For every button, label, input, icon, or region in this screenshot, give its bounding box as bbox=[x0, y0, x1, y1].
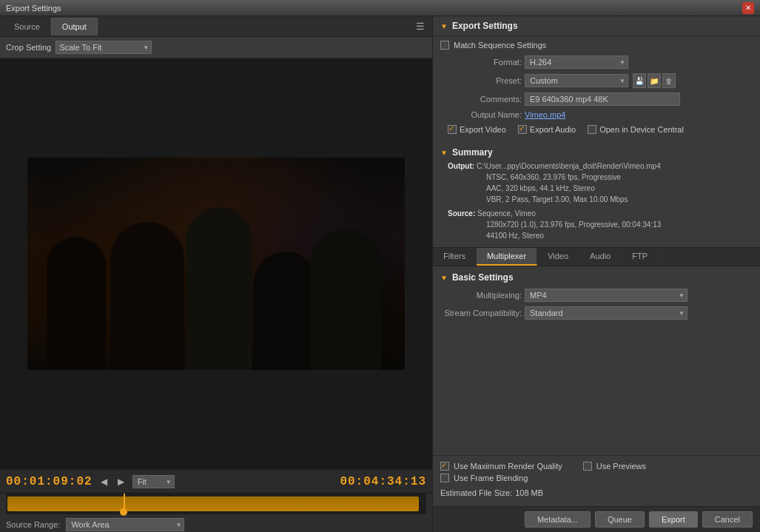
stream-compatibility-select[interactable]: Standard Blu-ray bbox=[525, 306, 687, 320]
current-timecode: 00:01:09:02 bbox=[6, 475, 93, 488]
multiplexing-row: Multiplexing: MP4 None bbox=[440, 289, 753, 302]
frame-blending-row: Use Frame Blending bbox=[440, 474, 753, 482]
right-panel: ▼ Export Settings Match Sequence Setting… bbox=[433, 16, 760, 532]
summary-output-detail2: AAC, 320 kbps, 44.1 kHz, Stereo bbox=[448, 183, 753, 194]
cancel-button[interactable]: Cancel bbox=[702, 511, 753, 528]
silhouette-4 bbox=[254, 252, 317, 370]
export-audio-label: Export Audio bbox=[530, 125, 576, 134]
summary-header: ▼ Summary bbox=[440, 147, 753, 158]
stream-compatibility-select-wrapper: Standard Blu-ray bbox=[525, 306, 687, 320]
source-range-bar: Source Range: Work Area Entire Sequence … bbox=[0, 514, 432, 532]
tab-ftp[interactable]: FTP bbox=[622, 248, 659, 266]
comments-label: Comments: bbox=[440, 95, 522, 104]
export-video-checkbox[interactable] bbox=[448, 125, 457, 134]
export-settings-title: Export Settings bbox=[452, 21, 518, 31]
crop-select[interactable]: Scale To Fit Scale To Fill Stretch To Fi… bbox=[56, 41, 152, 54]
summary-output-detail1: NTSC, 640x360, 23.976 fps, Progressive bbox=[448, 172, 753, 183]
multiplexing-label: Multiplexing: bbox=[440, 291, 522, 300]
format-label: Format: bbox=[440, 58, 522, 67]
tab-video[interactable]: Video bbox=[537, 248, 579, 266]
export-settings-arrow[interactable]: ▼ bbox=[440, 22, 448, 30]
tab-menu-icon[interactable]: ☰ bbox=[411, 19, 429, 33]
export-video-item[interactable]: Export Video bbox=[448, 125, 506, 134]
multiplexing-select[interactable]: MP4 None bbox=[525, 289, 687, 302]
metadata-button[interactable]: Metadata... bbox=[525, 511, 591, 528]
preset-icons: 💾 📁 🗑 bbox=[633, 73, 676, 88]
window-title: Export Settings bbox=[6, 4, 61, 13]
file-size-value: 108 MB bbox=[515, 488, 543, 497]
summary-output-label: Output: bbox=[448, 162, 474, 170]
format-select-wrapper: H.264 MPEG2 QuickTime bbox=[525, 55, 628, 69]
source-range-label: Source Range: bbox=[6, 520, 60, 529]
summary-output-detail3: VBR, 2 Pass, Target 3.00, Max 10.00 Mbps bbox=[448, 194, 753, 205]
left-panel: Source Output ☰ Crop Setting Scale To Fi… bbox=[0, 16, 433, 532]
summary-arrow[interactable]: ▼ bbox=[440, 149, 448, 157]
export-video-label: Export Video bbox=[460, 125, 506, 134]
prev-frame-btn[interactable]: ◀ bbox=[98, 476, 110, 488]
preset-save-btn[interactable]: 💾 bbox=[633, 73, 646, 88]
tab-filters[interactable]: Filters bbox=[433, 248, 477, 266]
fit-select[interactable]: Fit 25% 50% 75% 100% bbox=[132, 475, 175, 488]
format-row: Format: H.264 MPEG2 QuickTime bbox=[440, 55, 753, 69]
multiplexing-select-wrapper: MP4 None bbox=[525, 289, 687, 302]
export-audio-checkbox[interactable] bbox=[518, 125, 527, 134]
summary-source-label: Source: bbox=[448, 209, 475, 218]
summary-section: ▼ Summary Output: C:\User...ppy\Document… bbox=[433, 144, 760, 244]
queue-button[interactable]: Queue bbox=[595, 511, 645, 528]
export-audio-item[interactable]: Export Audio bbox=[518, 125, 576, 134]
right-panel-scroll[interactable]: ▼ Export Settings Match Sequence Setting… bbox=[433, 16, 760, 455]
summary-source-line: Source: Sequence, Vimeo bbox=[448, 208, 753, 219]
basic-settings-section: ▼ Basic Settings Multiplexing: MP4 None bbox=[433, 266, 760, 330]
preset-folder-btn[interactable]: 📁 bbox=[648, 73, 661, 88]
comments-row: Comments: bbox=[440, 92, 753, 106]
source-range-select[interactable]: Work Area Entire Sequence In to Out Cust… bbox=[66, 518, 184, 531]
output-name-label: Output Name: bbox=[440, 110, 522, 119]
comments-input[interactable] bbox=[525, 92, 680, 106]
open-device-central-checkbox[interactable] bbox=[588, 125, 596, 134]
summary-source-detail2: 44100 Hz, Stereo bbox=[448, 230, 753, 241]
summary-output-line: Output: C:\User...ppy\Documents\benja_do… bbox=[448, 161, 753, 172]
range-select-wrapper: Work Area Entire Sequence In to Out Cust… bbox=[66, 518, 184, 531]
preset-label: Preset: bbox=[440, 76, 522, 85]
open-device-central-item[interactable]: Open in Device Central bbox=[588, 125, 684, 134]
silhouette-1 bbox=[47, 237, 106, 370]
silhouette-3 bbox=[186, 207, 252, 370]
tab-bar: Source Output ☰ bbox=[0, 16, 432, 37]
stream-compatibility-row: Stream Compatibility: Standard Blu-ray bbox=[440, 306, 753, 320]
preset-select-wrapper: Custom Match Source - High bitrate Vimeo… bbox=[525, 74, 628, 87]
total-timecode: 00:04:34:13 bbox=[340, 475, 426, 488]
timeline-section: 00:01:09:02 ◀ ▶ Fit 25% 50% 75% 100% 00:… bbox=[0, 469, 432, 532]
frame-blending-label: Use Frame Blending bbox=[454, 474, 528, 482]
basic-settings-header: ▼ Basic Settings bbox=[440, 272, 753, 283]
preview-image bbox=[27, 158, 405, 370]
crop-select-wrapper: Scale To Fit Scale To Fill Stretch To Fi… bbox=[56, 41, 152, 54]
match-sequence-checkbox[interactable] bbox=[440, 41, 449, 50]
preset-delete-btn[interactable]: 🗑 bbox=[662, 73, 676, 88]
export-options-row: Export Video Export Audio Open in Device… bbox=[440, 125, 753, 134]
output-name-link[interactable]: Vimeo.mp4 bbox=[525, 110, 565, 119]
max-render-row: Use Maximum Render Quality Use Previews bbox=[440, 462, 753, 471]
basic-settings-arrow[interactable]: ▼ bbox=[440, 274, 448, 282]
max-render-checkbox[interactable] bbox=[440, 462, 449, 471]
match-sequence-row: Match Sequence Settings bbox=[440, 41, 753, 50]
summary-source-detail1: 1280x720 (1.0), 23.976 fps, Progressive,… bbox=[448, 219, 753, 230]
frame-blending-checkbox[interactable] bbox=[440, 474, 449, 482]
open-device-central-label: Open in Device Central bbox=[599, 125, 684, 134]
format-select[interactable]: H.264 MPEG2 QuickTime bbox=[525, 55, 628, 69]
close-button[interactable]: ✕ bbox=[742, 2, 754, 14]
next-frame-btn[interactable]: ▶ bbox=[115, 476, 127, 488]
summary-output-path: C:\User...ppy\Documents\benja_doit\Rende… bbox=[477, 162, 661, 170]
summary-title: Summary bbox=[452, 147, 493, 158]
use-previews-checkbox[interactable] bbox=[583, 462, 592, 471]
tab-multiplexer[interactable]: Multiplexer bbox=[477, 248, 537, 266]
summary-content: Output: C:\User...ppy\Documents\benja_do… bbox=[440, 161, 753, 241]
basic-settings-title: Basic Settings bbox=[452, 272, 514, 283]
preview-area bbox=[0, 58, 432, 469]
tab-output[interactable]: Output bbox=[51, 18, 98, 36]
settings-body: Match Sequence Settings Format: H.264 MP… bbox=[433, 36, 760, 144]
export-button[interactable]: Export bbox=[649, 511, 698, 528]
tab-audio[interactable]: Audio bbox=[579, 248, 622, 266]
use-previews-label: Use Previews bbox=[596, 462, 646, 471]
tab-source[interactable]: Source bbox=[3, 18, 51, 36]
preset-select[interactable]: Custom Match Source - High bitrate Vimeo… bbox=[525, 74, 628, 87]
